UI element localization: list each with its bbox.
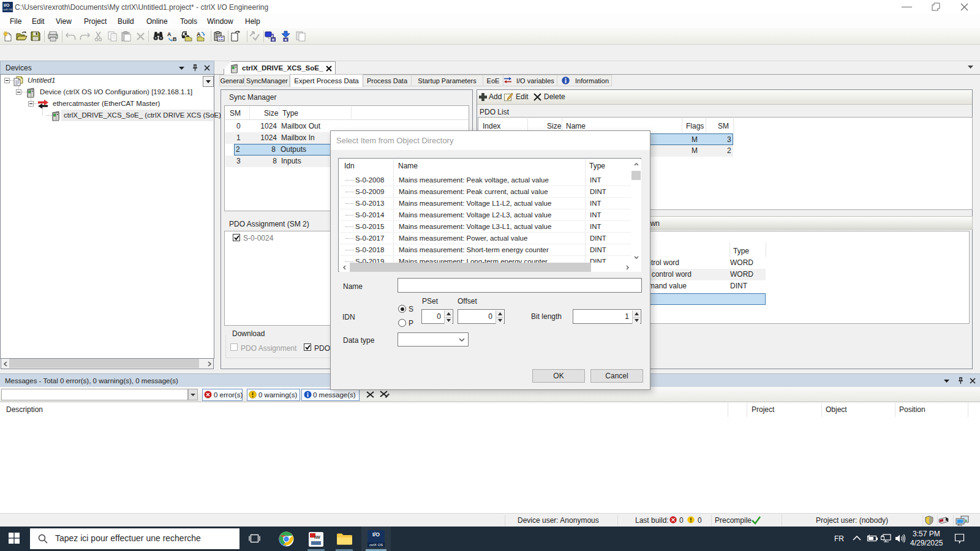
svg-text:B: B — [173, 36, 177, 42]
svg-text:A: A — [167, 31, 172, 37]
svg-text:A: A — [197, 31, 201, 37]
